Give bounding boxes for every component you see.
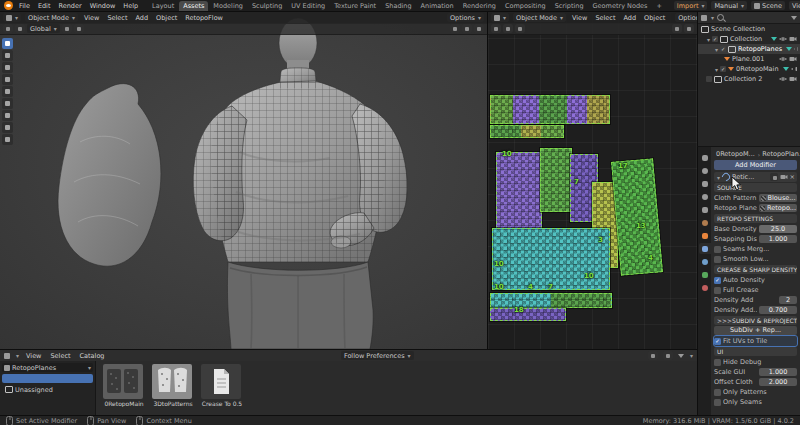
menu-help[interactable]: Help xyxy=(121,2,140,10)
3d-scene[interactable] xyxy=(0,12,487,349)
uv-island-bodice-left[interactable] xyxy=(496,152,542,234)
catalog-item-selected[interactable] xyxy=(2,374,93,383)
scale-gui-field[interactable]: 1.000 xyxy=(759,368,797,376)
tool-move[interactable] xyxy=(2,62,13,73)
blender-logo-icon[interactable] xyxy=(4,1,13,10)
section-ui[interactable]: UI xyxy=(714,347,797,356)
tool-select-box[interactable] xyxy=(2,38,13,49)
tab-uv-editing[interactable]: UV Editing xyxy=(287,1,329,11)
uv-island-strip-bottom-1[interactable] xyxy=(490,293,612,308)
outliner-editor-icon[interactable] xyxy=(701,15,707,21)
viewport-mode-dropdown[interactable]: Object Mode▾ xyxy=(25,13,78,22)
manual-button[interactable]: Manual▾ xyxy=(711,1,747,10)
cloth-pattern-picker[interactable]: Blouse... xyxy=(759,194,797,202)
exclude-toggle-icon[interactable] xyxy=(783,67,789,71)
uv-island-strip-small[interactable] xyxy=(490,125,564,138)
tool-measure[interactable] xyxy=(2,122,13,133)
tab-sculpting[interactable]: Sculpting xyxy=(248,1,286,11)
tab-render[interactable] xyxy=(699,165,711,176)
uv-island-strip-bottom-2[interactable] xyxy=(490,308,566,321)
collapse-icon[interactable]: ▾ xyxy=(717,174,720,181)
base-density-field[interactable]: 25.0 xyxy=(759,225,797,233)
search-icon[interactable] xyxy=(717,14,724,21)
collection2-checkbox[interactable] xyxy=(706,76,712,82)
proportional-edit-icon[interactable] xyxy=(74,24,84,33)
import-button[interactable]: Import▾ xyxy=(674,1,708,10)
uv-island-bodice-center[interactable] xyxy=(540,148,572,212)
retopo-planes-picker[interactable]: Retopo... xyxy=(759,204,797,212)
viewport-menu-view[interactable]: View xyxy=(82,14,101,22)
import-method-dropdown[interactable]: Follow Preferences▾ xyxy=(341,351,414,360)
snapping-distance-field[interactable]: 1.000 xyxy=(759,235,797,243)
tool-transform[interactable] xyxy=(2,98,13,109)
tool-cursor[interactable] xyxy=(2,50,13,61)
section-retopo-settings[interactable]: RETOPO SETTINGS xyxy=(714,214,797,223)
tab-object[interactable] xyxy=(699,230,711,241)
outliner-row-scene-collection[interactable]: Scene Collection xyxy=(698,24,800,34)
orientation-dropdown[interactable]: Global▾ xyxy=(27,24,60,33)
modifier-render-icon[interactable] xyxy=(780,174,788,180)
uv-mode-dropdown[interactable]: Object Mode▾ xyxy=(513,13,566,22)
collapse-icon[interactable]: ▾ xyxy=(715,66,718,73)
viewport-options-dropdown[interactable]: Options▾ xyxy=(447,13,484,22)
tab-physics[interactable] xyxy=(699,256,711,267)
section-source[interactable]: SOURCE xyxy=(714,183,797,192)
uv-options-dropdown[interactable]: Options▾ xyxy=(675,13,697,22)
subdiv-reproject-button[interactable]: SubDiv + Rep... xyxy=(714,326,797,335)
xray-icon[interactable] xyxy=(462,24,472,33)
add-workspace-button[interactable]: + xyxy=(652,1,665,11)
asset-menu-select[interactable]: Select xyxy=(48,352,72,360)
tab-view-layer[interactable] xyxy=(699,191,711,202)
section-crease-density[interactable]: CREASE & SHARP DENSITY CO... xyxy=(714,265,797,274)
seams-merge-checkbox[interactable] xyxy=(714,246,721,253)
camera-icon[interactable] xyxy=(789,36,797,42)
tab-modifiers[interactable] xyxy=(699,243,711,254)
select-mode-icon[interactable] xyxy=(3,24,13,33)
camera-icon[interactable] xyxy=(789,56,797,62)
outliner-row-collection2[interactable]: Collection 2 xyxy=(698,74,800,84)
uv-editor-type-button[interactable]: ▾ xyxy=(491,13,509,22)
tool-rotate[interactable] xyxy=(2,74,13,85)
outliner-row-plane001[interactable]: Plane.001 xyxy=(698,54,800,64)
tool-add-cube[interactable] xyxy=(2,134,13,145)
tool-annotate[interactable] xyxy=(2,110,13,121)
tab-material[interactable] xyxy=(699,282,711,293)
add-modifier-button[interactable]: Add Modifier xyxy=(714,160,797,170)
uv-island-strip-top[interactable] xyxy=(490,95,610,124)
uv-menu-view[interactable]: View xyxy=(570,14,589,22)
uv-menu-add[interactable]: Add xyxy=(621,14,638,22)
gizmo-icon[interactable] xyxy=(15,24,25,33)
uv-snap-icon[interactable] xyxy=(503,24,513,33)
catalog-item-unassigned[interactable]: Unassigned xyxy=(2,385,93,394)
eye-icon[interactable] xyxy=(779,56,787,62)
display-mode-icon[interactable] xyxy=(648,351,658,360)
hide-debug-checkbox[interactable] xyxy=(714,359,721,366)
viewport-menu-object[interactable]: Object xyxy=(154,14,179,22)
viewport-editor-type-button[interactable]: ▾ xyxy=(3,13,21,22)
tab-assets[interactable]: Assets xyxy=(179,1,208,11)
outliner-row-retopoplanes[interactable]: ▾ ✓ RetopoPlanes xyxy=(698,44,800,54)
section-subdiv-reproject[interactable]: >>>SUBDIV & REPROJECT<<< xyxy=(714,316,797,325)
tab-modeling[interactable]: Modeling xyxy=(209,1,247,11)
uv-select-mode-icon[interactable] xyxy=(491,24,501,33)
full-crease-checkbox[interactable] xyxy=(714,287,721,294)
tab-output[interactable] xyxy=(699,178,711,189)
uv-island-lower-body[interactable] xyxy=(492,228,610,290)
tab-scripting[interactable]: Scripting xyxy=(551,1,588,11)
density-add-field[interactable]: 2 xyxy=(779,296,797,304)
viewport-menu-retopoflow[interactable]: RetopoFlow xyxy=(183,14,225,22)
tab-geometry-nodes[interactable]: Geometry Nodes xyxy=(589,1,652,11)
modifier-panel-header[interactable]: ▾ Retic... × xyxy=(714,172,797,182)
menu-edit[interactable]: Edit xyxy=(36,2,53,10)
uv-overlay-icon[interactable] xyxy=(672,24,682,33)
asset-menu-view[interactable]: View xyxy=(24,352,43,360)
auto-density-checkbox[interactable]: ✓ xyxy=(714,277,721,284)
asset-library-dropdown[interactable]: RetopoPlanes ▾ xyxy=(2,363,93,372)
menu-file[interactable]: File xyxy=(17,2,32,10)
asset-editor-icon[interactable] xyxy=(4,353,10,359)
scene-selector[interactable]: Scene xyxy=(751,1,785,10)
tab-animation[interactable]: Animation xyxy=(417,1,458,11)
collapse-icon[interactable]: ▾ xyxy=(707,36,710,43)
eye-icon[interactable] xyxy=(779,76,787,82)
only-patterns-checkbox[interactable] xyxy=(714,389,721,396)
